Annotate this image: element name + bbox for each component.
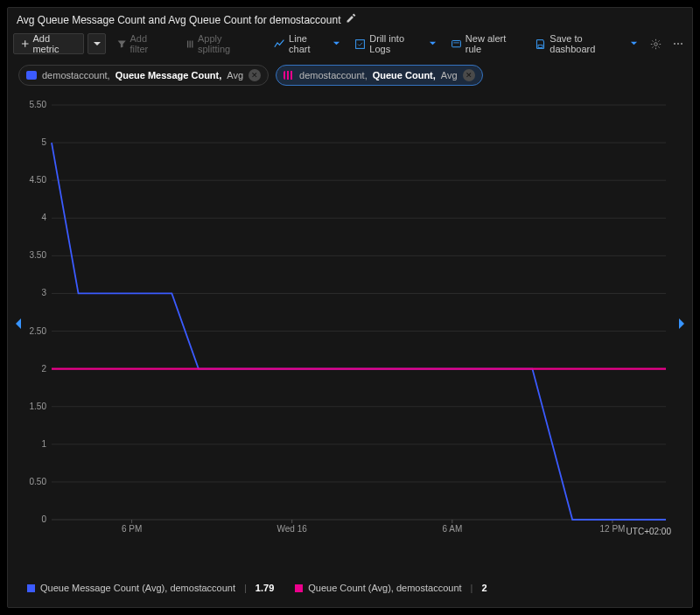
metrics-panel: Avg Queue Message Count and Avg Queue Co… <box>7 7 693 608</box>
svg-rect-1 <box>452 40 460 46</box>
timezone-label: UTC+02:00 <box>626 527 671 536</box>
legend-item[interactable]: Queue Count (Avg), demostaccount|2 <box>295 583 486 593</box>
scroll-right-button[interactable] <box>675 313 689 334</box>
edit-title-icon[interactable] <box>346 13 356 26</box>
pill-metric-label: Queue Message Count, <box>116 70 222 80</box>
metric-pill[interactable]: demostaccount, Queue Message Count, Avg✕ <box>18 65 269 86</box>
add-metric-label: Add metric <box>32 33 76 54</box>
svg-text:4.50: 4.50 <box>30 175 47 185</box>
remove-pill-icon[interactable]: ✕ <box>463 69 475 81</box>
settings-icon[interactable] <box>647 33 665 54</box>
svg-point-3 <box>654 42 658 45</box>
more-icon[interactable]: ⋯ <box>668 33 687 54</box>
legend-value: 2 <box>481 583 486 593</box>
apply-splitting-label: Apply splitting <box>198 33 254 54</box>
line-chart[interactable]: 00.5011.5022.5033.5044.5055.50 6 PMWed 1… <box>27 96 675 542</box>
chevron-down-icon <box>332 38 340 49</box>
chart-type-label: Line chart <box>289 33 327 54</box>
new-alert-label: New alert rule <box>466 33 521 54</box>
metric-pills: demostaccount, Queue Message Count, Avg✕… <box>8 58 692 93</box>
svg-text:3: 3 <box>41 288 46 297</box>
chart-type-button[interactable]: Line chart <box>269 33 346 54</box>
panel-title-row: Avg Queue Message Count and Avg Queue Co… <box>8 8 692 30</box>
svg-text:0: 0 <box>41 514 46 524</box>
add-metric-dropdown[interactable] <box>88 33 106 54</box>
svg-text:5.50: 5.50 <box>30 100 47 109</box>
svg-text:0.50: 0.50 <box>30 477 47 486</box>
svg-text:6 AM: 6 AM <box>442 524 462 534</box>
svg-text:6 PM: 6 PM <box>122 524 142 534</box>
pill-metric-label: Queue Count, <box>373 70 436 80</box>
legend-swatch-icon <box>27 584 35 592</box>
add-metric-button[interactable]: Add metric <box>13 33 84 54</box>
legend-label: Queue Message Count (Avg), demostaccount <box>40 583 235 593</box>
pill-account-label: demostaccount, <box>42 70 110 80</box>
legend-label: Queue Count (Avg), demostaccount <box>308 583 461 593</box>
pill-agg-label: Avg <box>227 70 243 80</box>
legend-item[interactable]: Queue Message Count (Avg), demostaccount… <box>27 583 274 593</box>
svg-text:5: 5 <box>41 137 46 147</box>
panel-title: Avg Queue Message Count and Avg Queue Co… <box>17 14 340 26</box>
apply-splitting-button[interactable]: Apply splitting <box>178 33 262 54</box>
svg-text:3.50: 3.50 <box>30 250 47 260</box>
svg-text:2: 2 <box>41 364 46 374</box>
remove-pill-icon[interactable]: ✕ <box>248 69 261 81</box>
new-alert-button[interactable]: New alert rule <box>445 33 526 54</box>
scroll-left-button[interactable] <box>11 313 25 334</box>
drill-logs-button[interactable]: Drill into Logs <box>349 33 442 54</box>
save-dashboard-label: Save to dashboard <box>550 33 625 54</box>
save-dashboard-button[interactable]: Save to dashboard <box>529 33 643 54</box>
add-filter-button[interactable]: Add filter <box>109 33 173 54</box>
legend-value: 1.79 <box>256 583 274 593</box>
chevron-down-icon <box>630 38 638 49</box>
metric-pill[interactable]: demostaccount, Queue Count, Avg✕ <box>276 65 483 86</box>
add-filter-label: Add filter <box>130 33 166 54</box>
chevron-down-icon <box>429 38 437 49</box>
svg-text:1.50: 1.50 <box>30 402 47 411</box>
legend-swatch-icon <box>295 584 303 592</box>
series-color-swatch-icon <box>284 71 294 80</box>
svg-rect-2 <box>538 45 542 47</box>
svg-text:1: 1 <box>41 439 46 449</box>
series-color-swatch-icon <box>26 71 37 80</box>
metrics-toolbar: Add metric Add filter Apply splitting Li… <box>8 30 692 58</box>
pill-account-label: demostaccount, <box>299 70 368 80</box>
svg-text:4: 4 <box>41 213 46 222</box>
svg-text:Wed 16: Wed 16 <box>277 524 308 534</box>
svg-text:2.50: 2.50 <box>30 326 47 336</box>
chart-area: 00.5011.5022.5033.5044.5055.50 6 PMWed 1… <box>8 93 692 607</box>
svg-text:12 PM: 12 PM <box>600 524 626 534</box>
pill-agg-label: Avg <box>441 70 458 80</box>
chart-legend: Queue Message Count (Avg), demostaccount… <box>27 583 487 593</box>
drill-logs-label: Drill into Logs <box>369 33 424 54</box>
